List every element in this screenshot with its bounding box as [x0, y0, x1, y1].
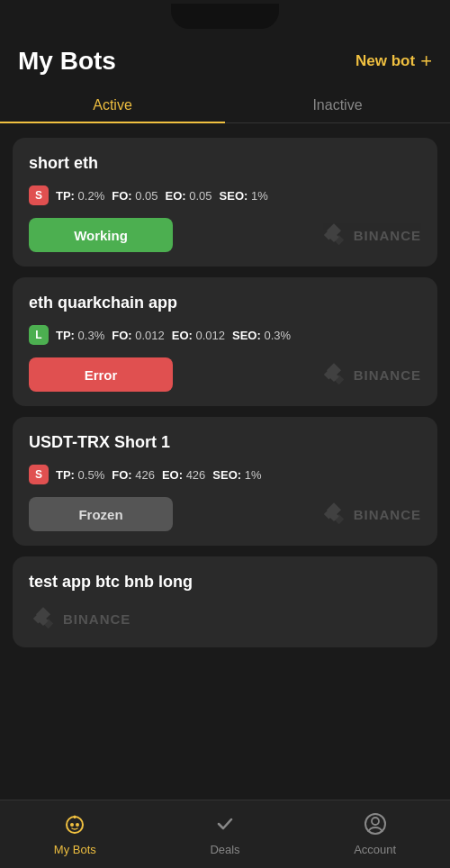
bot-name: test app btc bnb long [29, 573, 421, 592]
param-fo: FO: 0.05 [112, 189, 158, 203]
bot-type-badge: S [29, 465, 49, 484]
svg-point-22 [372, 818, 379, 825]
param-eo: EO: 426 [162, 468, 205, 482]
exchange-name: BINANCE [63, 611, 130, 627]
bot-footer: Working BINANCE [29, 218, 421, 252]
tab-inactive[interactable]: Inactive [225, 86, 450, 122]
tabs-bar: Active Inactive [0, 86, 450, 123]
param-eo: EO: 0.05 [166, 189, 212, 203]
page-title: My Bots [18, 47, 116, 76]
bot-type-badge: S [29, 185, 49, 205]
my-bots-icon [63, 812, 86, 839]
status-button[interactable]: Working [29, 218, 173, 252]
notch-area [0, 0, 450, 32]
exchange-logo: BINANCE [320, 221, 421, 249]
exchange-name: BINANCE [354, 507, 421, 522]
svg-point-18 [76, 823, 79, 827]
param-tp: TP: 0.5% [56, 468, 104, 482]
param-seo: SEO: 1% [220, 189, 268, 203]
new-bot-label: New bot [356, 52, 415, 70]
bot-name: USDT-TRX Short 1 [29, 433, 421, 452]
deals-icon [213, 812, 237, 839]
nav-label-my-bots: My Bots [54, 843, 96, 856]
param-eo: EO: 0.012 [172, 329, 225, 342]
exchange-logo: BINANCE [29, 604, 130, 633]
svg-point-16 [67, 817, 83, 833]
status-button[interactable]: Frozen [29, 497, 173, 531]
bot-card-3[interactable]: USDT-TRX Short 1 S TP: 0.5% FO: 426 EO: … [13, 417, 437, 546]
nav-item-deals[interactable]: Deals [150, 800, 301, 868]
exchange-name: BINANCE [354, 228, 421, 243]
param-tp: TP: 0.3% [56, 329, 104, 342]
new-bot-button[interactable]: New bot + [356, 50, 432, 73]
svg-point-20 [74, 816, 76, 818]
param-fo: FO: 426 [112, 468, 155, 482]
bot-footer: BINANCE [29, 604, 421, 633]
bot-name: short eth [29, 154, 421, 173]
exchange-logo: BINANCE [320, 360, 421, 389]
nav-label-account: Account [354, 843, 396, 856]
bot-name: eth quarkchain app [29, 294, 421, 312]
status-button[interactable]: Error [29, 357, 173, 392]
svg-point-17 [70, 823, 74, 827]
tab-active[interactable]: Active [0, 86, 225, 122]
bot-card-1[interactable]: short eth S TP: 0.2% FO: 0.05 EO: 0.05 S… [13, 138, 437, 267]
bottom-nav: My Bots Deals Account [0, 800, 450, 868]
header: My Bots New bot + [0, 32, 450, 86]
exchange-name: BINANCE [354, 367, 421, 383]
bot-params: L TP: 0.3% FO: 0.012 EO: 0.012 SEO: 0.3% [29, 325, 421, 345]
bot-params: S TP: 0.2% FO: 0.05 EO: 0.05 SEO: 1% [29, 185, 421, 205]
nav-label-deals: Deals [210, 843, 239, 856]
bot-params: S TP: 0.5% FO: 426 EO: 426 SEO: 1% [29, 465, 421, 484]
bot-card-4[interactable]: test app btc bnb long BINANCE [13, 556, 437, 647]
phone-notch [171, 4, 279, 29]
exchange-logo: BINANCE [320, 500, 421, 529]
bot-card-2[interactable]: eth quarkchain app L TP: 0.3% FO: 0.012 … [13, 277, 437, 406]
nav-item-my-bots[interactable]: My Bots [0, 800, 150, 868]
param-seo: SEO: 0.3% [232, 329, 291, 342]
plus-icon: + [420, 50, 432, 73]
bot-footer: Error BINANCE [29, 357, 421, 392]
param-seo: SEO: 1% [212, 468, 261, 482]
nav-item-account[interactable]: Account [300, 800, 450, 868]
bots-list: short eth S TP: 0.2% FO: 0.05 EO: 0.05 S… [0, 131, 450, 655]
param-tp: TP: 0.2% [56, 189, 104, 203]
param-fo: FO: 0.012 [112, 329, 165, 342]
account-icon [364, 812, 387, 839]
bot-type-badge: L [29, 325, 49, 345]
bot-footer: Frozen BINANCE [29, 497, 421, 531]
